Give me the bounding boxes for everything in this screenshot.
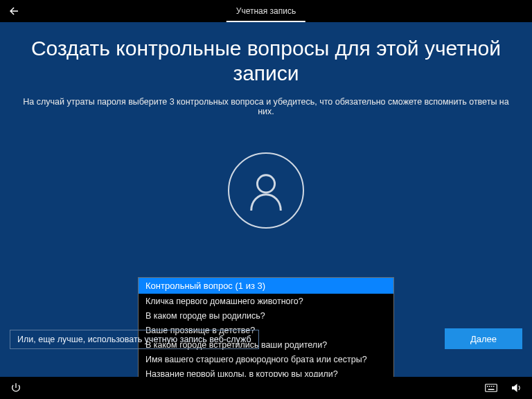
svg-rect-2 bbox=[487, 386, 488, 387]
back-button[interactable] bbox=[0, 0, 28, 22]
taskbar-right bbox=[485, 382, 522, 394]
power-button[interactable] bbox=[10, 382, 22, 394]
svg-point-0 bbox=[257, 175, 274, 193]
svg-rect-6 bbox=[488, 389, 495, 391]
arrow-left-icon bbox=[8, 5, 20, 17]
svg-rect-1 bbox=[486, 384, 497, 392]
taskbar bbox=[0, 377, 532, 399]
speaker-icon bbox=[510, 382, 522, 394]
page-title: Создать контрольные вопросы для этой уче… bbox=[8, 35, 524, 90]
tab-account[interactable]: Учетная запись bbox=[227, 0, 305, 22]
page-subtitle: На случай утраты пароля выберите 3 контр… bbox=[8, 97, 524, 116]
avatar-placeholder bbox=[228, 152, 304, 229]
keyboard-icon bbox=[485, 383, 497, 393]
tab-strip: Учетная запись bbox=[227, 0, 305, 22]
dropdown-option[interactable]: Имя вашего старшего двоюродного брата ил… bbox=[139, 352, 393, 366]
title-bar: Учетная запись bbox=[0, 0, 532, 22]
dropdown-option[interactable]: В каком городе вы родились? bbox=[139, 308, 393, 323]
volume-button[interactable] bbox=[510, 382, 522, 394]
dropdown-option[interactable]: Кличка первого домашнего животного? bbox=[139, 294, 393, 308]
svg-rect-4 bbox=[491, 386, 493, 387]
person-icon bbox=[245, 169, 287, 212]
next-button[interactable]: Далее bbox=[445, 328, 522, 349]
main-content: Создать контрольные вопросы для этой уче… bbox=[0, 22, 532, 377]
power-icon bbox=[10, 382, 21, 393]
dropdown-selected[interactable]: Контрольный вопрос (1 из 3) bbox=[139, 278, 393, 294]
use-web-account-link[interactable]: Или, еще лучше, использовать учетную зап… bbox=[10, 330, 259, 349]
svg-rect-3 bbox=[489, 386, 490, 387]
keyboard-button[interactable] bbox=[485, 382, 497, 394]
svg-rect-5 bbox=[493, 386, 495, 387]
